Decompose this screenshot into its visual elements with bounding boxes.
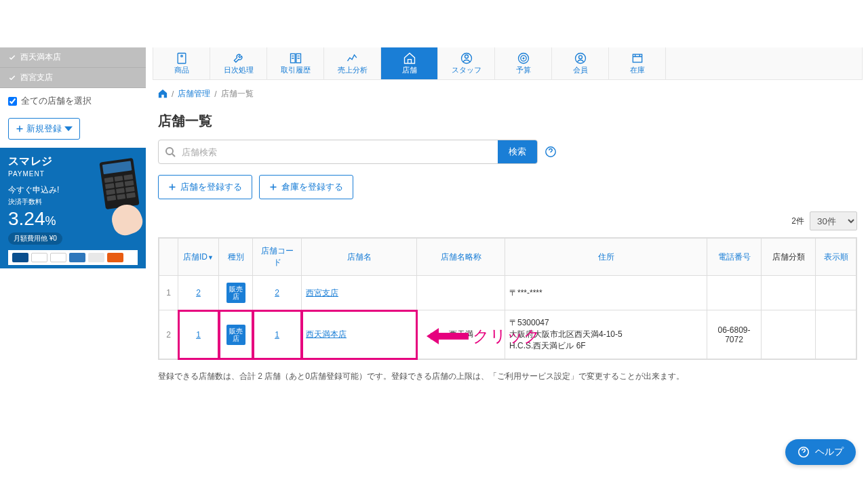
plus-icon bbox=[16, 125, 24, 133]
search-input[interactable] bbox=[182, 140, 498, 163]
col-store-id[interactable]: 店舗ID▼ bbox=[178, 239, 219, 276]
row-index: 2 bbox=[166, 330, 171, 340]
nav-item-home[interactable]: 店舗 bbox=[381, 47, 438, 79]
amex-icon bbox=[69, 253, 85, 262]
svg-point-1 bbox=[180, 56, 182, 58]
store-name: 西宮支店 bbox=[20, 72, 53, 83]
breadcrumb-current: 店舗一覧 bbox=[221, 88, 254, 100]
register-store-button[interactable]: 店舗を登録する bbox=[158, 175, 252, 199]
store-id-link[interactable]: 1 bbox=[196, 330, 201, 340]
stock-icon bbox=[609, 50, 665, 65]
promo-monthly: 月額費用他 ¥0 bbox=[8, 232, 62, 245]
wrench-icon bbox=[210, 50, 267, 65]
nav-item-stock[interactable]: 在庫 bbox=[609, 47, 666, 79]
row-index: 1 bbox=[166, 288, 171, 298]
target-icon bbox=[495, 50, 551, 65]
page-title: 店舗一覧 bbox=[153, 108, 863, 140]
promo-banner[interactable]: スマレジ PAYMENT 今すぐ申込み! 決済手数料 3.24% 月額費用他 ¥… bbox=[0, 148, 146, 268]
promo-card-logos bbox=[8, 250, 138, 265]
table-row: 21販売店1西天満本店西天満〒5300047大阪府大阪市北区西天満4-10-5H… bbox=[159, 310, 856, 359]
store-select-item[interactable]: 西天満本店 bbox=[0, 47, 146, 68]
svg-point-10 bbox=[578, 56, 582, 59]
sort-desc-icon: ▼ bbox=[208, 254, 214, 261]
col-order[interactable]: 表示順 bbox=[816, 239, 856, 276]
nav-item-wrench[interactable]: 日次処理 bbox=[210, 47, 267, 79]
store-name-link[interactable]: 西天満本店 bbox=[306, 329, 347, 339]
col-cat: 店舗分類 bbox=[762, 239, 816, 276]
breadcrumb-sep: / bbox=[214, 89, 216, 99]
new-register-button[interactable]: 新規登録 bbox=[8, 118, 80, 140]
store-id-link[interactable]: 2 bbox=[196, 288, 201, 298]
breadcrumb: / 店舗管理 / 店舗一覧 bbox=[153, 80, 863, 108]
col-tel[interactable]: 電話番号 bbox=[707, 239, 762, 276]
nav-item-user[interactable]: スタッフ bbox=[438, 47, 495, 79]
store-code-link[interactable]: 2 bbox=[275, 288, 279, 298]
jcb-icon bbox=[12, 253, 28, 262]
select-all-stores[interactable]: 全ての店舗を選択 bbox=[0, 88, 146, 114]
store-abbr bbox=[417, 276, 505, 310]
user-icon bbox=[438, 50, 494, 65]
store-order bbox=[816, 276, 856, 310]
store-type-badge: 販売店 bbox=[226, 283, 245, 303]
page-size-select[interactable]: 30件 bbox=[810, 211, 857, 230]
store-addr: 〒***-**** bbox=[505, 276, 707, 310]
nav-label: 会員 bbox=[573, 66, 588, 74]
tag-icon bbox=[153, 50, 210, 65]
register-warehouse-button[interactable]: 倉庫を登録する bbox=[259, 175, 353, 199]
store-table: 店舗ID▼ 種別 店舗コード 店舗名 店舗名略称 住所 電話番号 店舗分類 表示… bbox=[159, 238, 856, 359]
card-reader-illustration bbox=[87, 160, 142, 235]
select-all-checkbox[interactable] bbox=[8, 97, 17, 106]
store-addr: 〒5300047大阪府大阪市北区西天満4-10-5H.C.S.西天満ビル 6F bbox=[505, 310, 707, 359]
nav-label: 予算 bbox=[516, 66, 531, 74]
col-type[interactable]: 種別 bbox=[219, 239, 253, 276]
col-code[interactable]: 店舗コード bbox=[253, 239, 302, 276]
visa-icon bbox=[31, 253, 47, 262]
nav-item-tag[interactable]: 商品 bbox=[153, 47, 210, 79]
register-warehouse-label: 倉庫を登録する bbox=[281, 181, 343, 193]
col-name[interactable]: 店舗名 bbox=[302, 239, 417, 276]
nav-item-target[interactable]: 予算 bbox=[495, 47, 552, 79]
nav-item-chart[interactable]: 売上分析 bbox=[324, 47, 381, 79]
mastercard-icon bbox=[50, 253, 66, 262]
help-icon[interactable] bbox=[545, 146, 557, 158]
col-abbr[interactable]: 店舗名略称 bbox=[417, 239, 505, 276]
ledger-icon bbox=[267, 50, 323, 65]
select-all-label: 全ての店舗を選択 bbox=[21, 95, 92, 107]
register-store-label: 店舗を登録する bbox=[180, 181, 242, 193]
nav-item-member[interactable]: 会員 bbox=[552, 47, 609, 79]
plus-icon bbox=[269, 183, 277, 191]
member-icon bbox=[552, 50, 608, 65]
nav-item-ledger[interactable]: 取引履歴 bbox=[267, 47, 324, 79]
breadcrumb-mgmt[interactable]: 店舗管理 bbox=[178, 88, 210, 100]
svg-rect-0 bbox=[178, 54, 186, 64]
store-order bbox=[816, 310, 856, 359]
sidebar: 西天満本店 西宮支店 全ての店舗を選択 新規登録 スマレジ PAYMENT 今す… bbox=[0, 47, 146, 481]
table-row: 12販売店2西宮支店〒***-**** bbox=[159, 276, 856, 310]
svg-rect-11 bbox=[633, 54, 642, 62]
search-button[interactable]: 検索 bbox=[498, 140, 537, 163]
nav-label: 在庫 bbox=[630, 66, 645, 74]
svg-point-5 bbox=[465, 55, 468, 58]
store-name: 西天満本店 bbox=[20, 52, 61, 63]
result-count: 2件 bbox=[791, 216, 804, 227]
svg-point-6 bbox=[518, 54, 528, 64]
main-content: 商品日次処理取引履歴売上分析店舗スタッフ予算会員在庫 / 店舗管理 / 店舗一覧… bbox=[146, 47, 868, 481]
nav-label: 取引履歴 bbox=[281, 66, 311, 74]
help-icon bbox=[797, 446, 810, 458]
nav-label: 日次処理 bbox=[224, 66, 254, 74]
chart-icon bbox=[324, 50, 380, 65]
store-name-link[interactable]: 西宮支店 bbox=[306, 288, 338, 298]
breadcrumb-sep: / bbox=[172, 89, 174, 99]
svg-point-7 bbox=[520, 56, 526, 61]
col-addr[interactable]: 住所 bbox=[505, 239, 707, 276]
help-fab[interactable]: ヘルプ bbox=[785, 439, 856, 465]
new-register-label: 新規登録 bbox=[26, 123, 62, 135]
store-select-item[interactable]: 西宮支店 bbox=[0, 68, 146, 88]
store-select-list: 西天満本店 西宮支店 bbox=[0, 47, 146, 88]
top-nav: 商品日次処理取引履歴売上分析店舗スタッフ予算会員在庫 bbox=[153, 47, 863, 80]
caret-down-icon bbox=[64, 125, 73, 133]
breadcrumb-home[interactable] bbox=[158, 89, 167, 99]
store-tel bbox=[707, 276, 762, 310]
nav-label: 商品 bbox=[174, 66, 189, 74]
store-code-link[interactable]: 1 bbox=[275, 330, 279, 340]
